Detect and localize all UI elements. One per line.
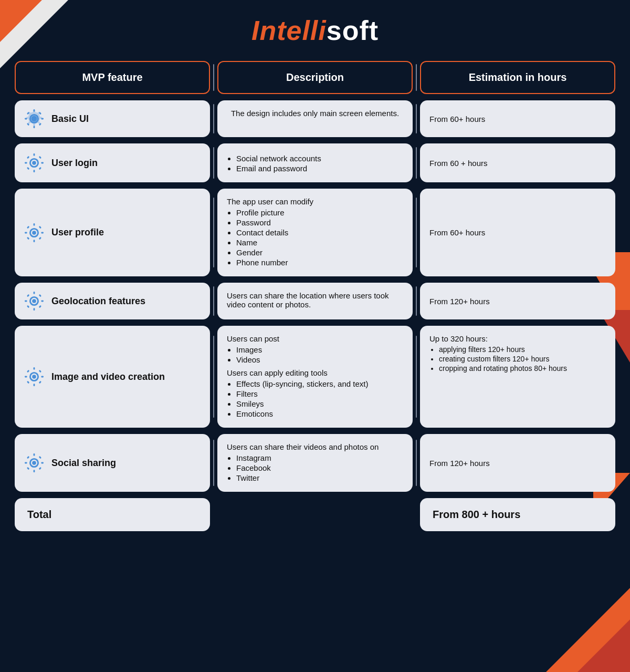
feature-image-video: Image and video creation [15,326,210,428]
svg-rect-6 [41,118,44,120]
svg-rect-48 [39,370,41,373]
divider-2-1 [210,143,217,182]
gear-icon-user-login [24,153,44,173]
feature-user-login: User login [15,143,210,182]
svg-point-52 [32,461,36,465]
list-item: creating custom filters 120+ hours [439,355,567,363]
svg-point-2 [32,117,36,121]
svg-rect-29 [27,236,29,239]
svg-rect-27 [27,225,29,228]
total-empty-desc [217,498,413,531]
header-estimation: Estimation in hours [420,61,615,94]
feature-social-sharing: Social sharing [15,434,210,492]
est-geolocation-value: From 120+ hours [429,297,490,306]
svg-point-42 [32,375,36,379]
total-estimation-cell: From 800 + hours [420,498,615,531]
divider-3-2 [413,189,420,276]
table-row-social-sharing: Social sharing Users can share their vid… [15,434,615,492]
gear-icon-geolocation [24,291,44,311]
svg-rect-34 [34,308,35,311]
est-geolocation: From 120+ hours [420,283,615,319]
est-basic-ui: From 60+ hours [420,100,615,137]
gear-icon-social-sharing [24,453,44,473]
svg-rect-53 [34,453,35,456]
svg-rect-18 [39,156,41,159]
feature-user-profile-label: User profile [51,227,104,238]
svg-rect-56 [41,462,44,464]
desc-basic-ui-text: The design includes only main screen ele… [231,109,399,118]
svg-rect-59 [27,467,29,470]
divider-5-1 [210,326,217,428]
feature-user-login-label: User login [51,158,98,169]
desc-social-sharing: Users can share their videos and photos … [217,434,413,492]
table-row-user-profile: User profile The app user can modify Pro… [15,189,615,276]
svg-rect-30 [39,236,41,239]
list-item: Emoticons [236,409,368,418]
gear-icon-user-profile [24,223,44,243]
desc-basic-ui: The design includes only main screen ele… [217,100,413,137]
list-item: Filters [236,389,368,398]
feature-image-video-label: Image and video creation [51,371,165,382]
svg-rect-39 [27,305,29,308]
svg-rect-50 [39,381,41,384]
svg-rect-28 [39,225,41,228]
svg-rect-36 [41,301,44,302]
list-item: Instagram [236,453,271,462]
svg-rect-57 [27,456,29,459]
svg-rect-58 [39,456,41,459]
header-divider-2 [413,61,420,94]
list-item: Contact details [236,228,288,237]
table-row-geolocation: Geolocation features Users can share the… [15,283,615,319]
desc-image-video-list2: Effects (lip-syncing, stickers, and text… [227,379,368,419]
divider-3-1 [210,189,217,276]
divider-6-1 [210,434,217,492]
svg-rect-16 [41,162,44,164]
svg-rect-45 [25,376,27,378]
svg-rect-55 [25,462,27,464]
svg-rect-3 [34,109,35,112]
svg-rect-33 [34,292,35,294]
table-header-row: MVP feature Description Estimation in ho… [15,61,615,94]
feature-geolocation: Geolocation features [15,283,210,319]
deco-triangle-bottomright2 [578,619,630,672]
list-item: cropping and rotating photos 80+ hours [439,364,567,373]
desc-image-video-list1: Images Videos [227,345,262,365]
divider-total-2 [413,498,420,531]
est-user-login-value: From 60 + hours [429,159,487,168]
desc-image-video-text2: Users can apply editing tools [227,368,328,377]
list-item: applying filters 120+ hours [439,345,567,354]
svg-rect-17 [27,156,29,159]
desc-geolocation-text: Users can share the location where users… [227,291,403,309]
svg-rect-5 [25,118,27,120]
total-label-cell: Total [15,498,210,531]
gear-icon-basic-ui [24,109,44,129]
feature-social-sharing-label: Social sharing [51,458,116,469]
svg-rect-15 [25,162,27,164]
list-item: Smileys [236,399,368,408]
list-item: Effects (lip-syncing, stickers, and text… [236,379,368,388]
svg-point-32 [32,299,36,303]
header-divider-1 [210,61,217,94]
page-header: Intellisoft [0,0,630,56]
desc-user-login-list: Social network accounts Email and passwo… [227,154,321,174]
est-basic-ui-value: From 60+ hours [429,115,485,123]
desc-user-login: Social network accounts Email and passwo… [217,143,413,182]
svg-rect-20 [39,167,41,170]
desc-user-profile: The app user can modify Profile picture … [217,189,413,276]
divider-4-2 [413,283,420,319]
svg-rect-43 [34,367,35,370]
header-mvp-feature: MVP feature [15,61,210,94]
svg-rect-54 [34,470,35,472]
svg-point-12 [32,161,36,165]
svg-rect-37 [27,294,29,297]
list-item: Gender [236,248,288,257]
list-item: Videos [236,355,262,364]
total-label: Total [27,509,51,521]
svg-rect-60 [39,467,41,470]
list-item: Name [236,238,288,247]
est-social-sharing-value: From 120+ hours [429,459,490,468]
feature-basic-ui: Basic UI [15,100,210,137]
est-social-sharing: From 120+ hours [420,434,615,492]
est-user-profile: From 60+ hours [420,189,615,276]
divider-2-2 [413,143,420,182]
